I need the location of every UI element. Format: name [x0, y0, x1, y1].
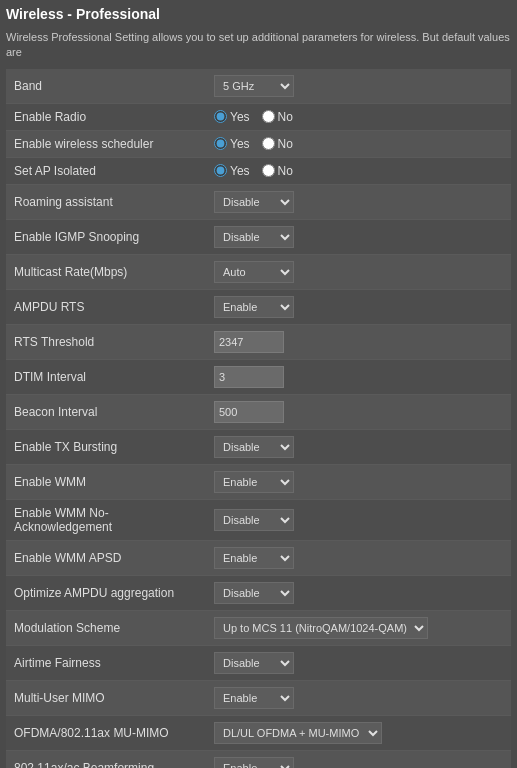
table-row: 802.11ax/ac BeamformingEnableDisable [6, 750, 511, 768]
table-row: Multi-User MIMOEnableDisable [6, 680, 511, 715]
table-row: Enable IGMP SnoopingDisableEnable [6, 219, 511, 254]
select-enable-igmp-snooping[interactable]: DisableEnable [214, 226, 294, 248]
label-band: Band [6, 69, 206, 104]
label-enable-wmm-no-ack: Enable WMM No-Acknowledgement [6, 499, 206, 540]
control-beamforming-80211ac[interactable]: EnableDisable [206, 750, 511, 768]
select-enable-wmm[interactable]: EnableDisable [214, 471, 294, 493]
table-row: Roaming assistantDisableEnable [6, 184, 511, 219]
radio-option-text: Yes [230, 137, 250, 151]
table-row: Enable WMMEnableDisable [6, 464, 511, 499]
radio-label-enable-wireless-scheduler-no[interactable]: No [262, 137, 293, 151]
table-row: Enable wireless schedulerYesNo [6, 130, 511, 157]
radio-label-set-ap-isolated-yes[interactable]: Yes [214, 164, 250, 178]
control-set-ap-isolated[interactable]: YesNo [206, 157, 511, 184]
label-dtim-interval: DTIM Interval [6, 359, 206, 394]
label-beamforming-80211ac: 802.11ax/ac Beamforming [6, 750, 206, 768]
control-enable-igmp-snooping[interactable]: DisableEnable [206, 219, 511, 254]
select-multicast-rate[interactable]: Auto125.511 [214, 261, 294, 283]
label-modulation-scheme: Modulation Scheme [6, 610, 206, 645]
select-enable-wmm-no-ack[interactable]: DisableEnable [214, 509, 294, 531]
label-enable-tx-bursting: Enable TX Bursting [6, 429, 206, 464]
label-rts-threshold: RTS Threshold [6, 324, 206, 359]
radio-input-enable-radio-no[interactable] [262, 110, 275, 123]
radio-option-text: Yes [230, 164, 250, 178]
radio-input-enable-radio-yes[interactable] [214, 110, 227, 123]
select-airtime-fairness[interactable]: DisableEnable [214, 652, 294, 674]
table-row: AMPDU RTSEnableDisable [6, 289, 511, 324]
label-enable-igmp-snooping: Enable IGMP Snooping [6, 219, 206, 254]
table-row: Enable WMM APSDEnableDisable [6, 540, 511, 575]
radio-option-text: No [278, 164, 293, 178]
settings-table: Band2.4 GHz5 GHzEnable RadioYesNoEnable … [6, 69, 511, 768]
control-airtime-fairness[interactable]: DisableEnable [206, 645, 511, 680]
control-ofdma-mu-mimo[interactable]: DL/UL OFDMA + MU-MIMODisable [206, 715, 511, 750]
control-enable-wmm[interactable]: EnableDisable [206, 464, 511, 499]
select-ofdma-mu-mimo[interactable]: DL/UL OFDMA + MU-MIMODisable [214, 722, 382, 744]
label-enable-wmm-apsd: Enable WMM APSD [6, 540, 206, 575]
page-description: Wireless Professional Setting allows you… [6, 30, 511, 61]
radio-group-enable-wireless-scheduler: YesNo [214, 137, 503, 151]
radio-input-enable-wireless-scheduler-no[interactable] [262, 137, 275, 150]
label-roaming-assistant: Roaming assistant [6, 184, 206, 219]
select-enable-wmm-apsd[interactable]: EnableDisable [214, 547, 294, 569]
select-ampdu-rts[interactable]: EnableDisable [214, 296, 294, 318]
label-set-ap-isolated: Set AP Isolated [6, 157, 206, 184]
radio-option-text: No [278, 137, 293, 151]
table-row: Band2.4 GHz5 GHz [6, 69, 511, 104]
control-beacon-interval[interactable] [206, 394, 511, 429]
control-modulation-scheme[interactable]: Up to MCS 11 (NitroQAM/1024-QAM)Up to MC… [206, 610, 511, 645]
control-enable-wmm-apsd[interactable]: EnableDisable [206, 540, 511, 575]
label-enable-radio: Enable Radio [6, 103, 206, 130]
label-multi-user-mimo: Multi-User MIMO [6, 680, 206, 715]
control-band[interactable]: 2.4 GHz5 GHz [206, 69, 511, 104]
table-row: RTS Threshold [6, 324, 511, 359]
radio-input-set-ap-isolated-no[interactable] [262, 164, 275, 177]
label-multicast-rate: Multicast Rate(Mbps) [6, 254, 206, 289]
table-row: Enable TX BurstingDisableEnable [6, 429, 511, 464]
table-row: Beacon Interval [6, 394, 511, 429]
table-row: Multicast Rate(Mbps)Auto125.511 [6, 254, 511, 289]
radio-label-enable-radio-no[interactable]: No [262, 110, 293, 124]
select-enable-tx-bursting[interactable]: DisableEnable [214, 436, 294, 458]
table-row: Airtime FairnessDisableEnable [6, 645, 511, 680]
radio-option-text: No [278, 110, 293, 124]
control-multicast-rate[interactable]: Auto125.511 [206, 254, 511, 289]
radio-input-set-ap-isolated-yes[interactable] [214, 164, 227, 177]
page-title: Wireless - Professional [6, 4, 511, 24]
control-rts-threshold[interactable] [206, 324, 511, 359]
select-optimize-ampdu[interactable]: DisableEnable [214, 582, 294, 604]
radio-label-enable-radio-yes[interactable]: Yes [214, 110, 250, 124]
radio-label-set-ap-isolated-no[interactable]: No [262, 164, 293, 178]
table-row: Enable RadioYesNo [6, 103, 511, 130]
label-optimize-ampdu: Optimize AMPDU aggregation [6, 575, 206, 610]
control-ampdu-rts[interactable]: EnableDisable [206, 289, 511, 324]
control-dtim-interval[interactable] [206, 359, 511, 394]
text-input-rts-threshold[interactable] [214, 331, 284, 353]
text-input-dtim-interval[interactable] [214, 366, 284, 388]
select-band[interactable]: 2.4 GHz5 GHz [214, 75, 294, 97]
select-modulation-scheme[interactable]: Up to MCS 11 (NitroQAM/1024-QAM)Up to MC… [214, 617, 428, 639]
table-row: Modulation SchemeUp to MCS 11 (NitroQAM/… [6, 610, 511, 645]
label-enable-wmm: Enable WMM [6, 464, 206, 499]
label-enable-wireless-scheduler: Enable wireless scheduler [6, 130, 206, 157]
control-enable-radio[interactable]: YesNo [206, 103, 511, 130]
control-enable-wireless-scheduler[interactable]: YesNo [206, 130, 511, 157]
radio-group-enable-radio: YesNo [214, 110, 503, 124]
page-wrapper: Wireless - Professional Wireless Profess… [0, 0, 517, 768]
select-beamforming-80211ac[interactable]: EnableDisable [214, 757, 294, 768]
table-row: DTIM Interval [6, 359, 511, 394]
label-ampdu-rts: AMPDU RTS [6, 289, 206, 324]
text-input-beacon-interval[interactable] [214, 401, 284, 423]
radio-label-enable-wireless-scheduler-yes[interactable]: Yes [214, 137, 250, 151]
control-enable-tx-bursting[interactable]: DisableEnable [206, 429, 511, 464]
radio-input-enable-wireless-scheduler-yes[interactable] [214, 137, 227, 150]
control-roaming-assistant[interactable]: DisableEnable [206, 184, 511, 219]
radio-option-text: Yes [230, 110, 250, 124]
label-beacon-interval: Beacon Interval [6, 394, 206, 429]
control-multi-user-mimo[interactable]: EnableDisable [206, 680, 511, 715]
select-multi-user-mimo[interactable]: EnableDisable [214, 687, 294, 709]
select-roaming-assistant[interactable]: DisableEnable [214, 191, 294, 213]
control-enable-wmm-no-ack[interactable]: DisableEnable [206, 499, 511, 540]
radio-group-set-ap-isolated: YesNo [214, 164, 503, 178]
control-optimize-ampdu[interactable]: DisableEnable [206, 575, 511, 610]
